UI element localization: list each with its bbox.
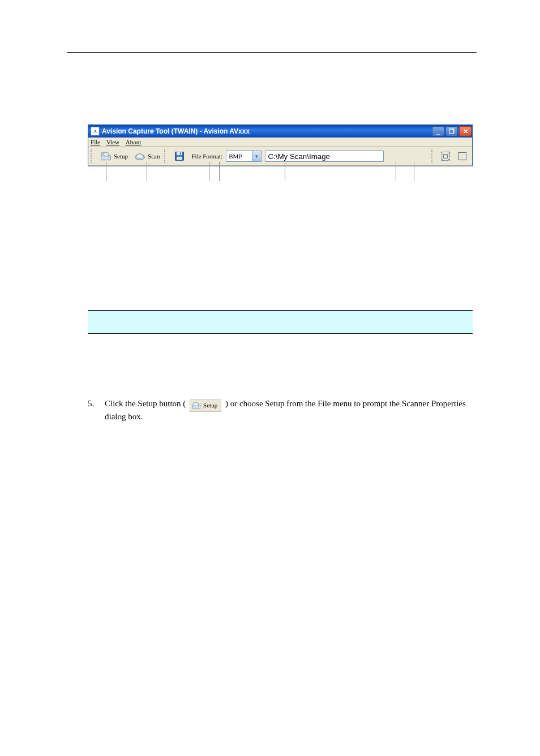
app-icon: A	[91, 127, 100, 136]
step-5: 5. Click the Setup button ( Setup ) or c…	[88, 398, 473, 423]
window-title: Avision Capture Tool (TWAIN) - Avision A…	[102, 127, 431, 135]
save-path-input[interactable]	[265, 151, 384, 162]
svg-rect-6	[177, 152, 182, 156]
setup-button[interactable]: Setup	[98, 150, 129, 162]
file-format-value: BMP	[226, 153, 252, 160]
fit-page-button[interactable]	[438, 149, 453, 163]
menu-file[interactable]: File	[91, 139, 100, 145]
inline-setup-button: Setup	[190, 400, 221, 412]
menubar: File View About	[88, 138, 472, 147]
toolbar: Setup Scan File Format: BMP ▾	[88, 147, 472, 166]
scan-icon	[134, 150, 146, 162]
scan-button-label: Scan	[148, 153, 160, 160]
file-format-select[interactable]: BMP ▾	[226, 151, 262, 162]
toolbar-grip-3	[431, 149, 435, 163]
svg-rect-11	[458, 152, 466, 160]
svg-rect-8	[177, 157, 182, 160]
step5-before: Click the Setup button (	[105, 399, 186, 408]
save-button[interactable]	[172, 150, 187, 162]
svg-point-2	[108, 157, 109, 158]
close-button[interactable]: ✕	[459, 126, 472, 136]
step-number: 5.	[88, 398, 101, 410]
capture-tool-window: A Avision Capture Tool (TWAIN) - Avision…	[88, 124, 473, 166]
svg-rect-1	[102, 152, 109, 156]
svg-rect-13	[193, 402, 198, 405]
note-box	[88, 310, 473, 334]
chevron-down-icon: ▾	[252, 151, 261, 161]
scan-button[interactable]: Scan	[132, 150, 161, 162]
scanner-settings-icon	[191, 401, 202, 411]
menu-about[interactable]: About	[126, 139, 142, 145]
inline-setup-label: Setup	[203, 401, 217, 410]
fit-page-icon	[439, 150, 452, 162]
toolbar-grip-2	[164, 149, 168, 163]
floppy-disk-icon	[173, 150, 186, 162]
menu-view[interactable]: View	[106, 139, 119, 145]
toolbar-grip	[91, 149, 94, 163]
setup-button-label: Setup	[114, 153, 128, 160]
minimize-button[interactable]: _	[432, 126, 444, 136]
svg-rect-7	[180, 152, 181, 154]
svg-point-14	[198, 406, 199, 407]
file-format-label: File Format:	[191, 153, 222, 160]
scanner-settings-icon	[100, 150, 112, 162]
svg-rect-10	[444, 154, 448, 158]
actual-size-icon	[456, 150, 469, 162]
window-titlebar: A Avision Capture Tool (TWAIN) - Avision…	[88, 125, 472, 138]
maximize-button[interactable]: ❐	[445, 126, 458, 136]
actual-size-button[interactable]	[455, 149, 470, 163]
